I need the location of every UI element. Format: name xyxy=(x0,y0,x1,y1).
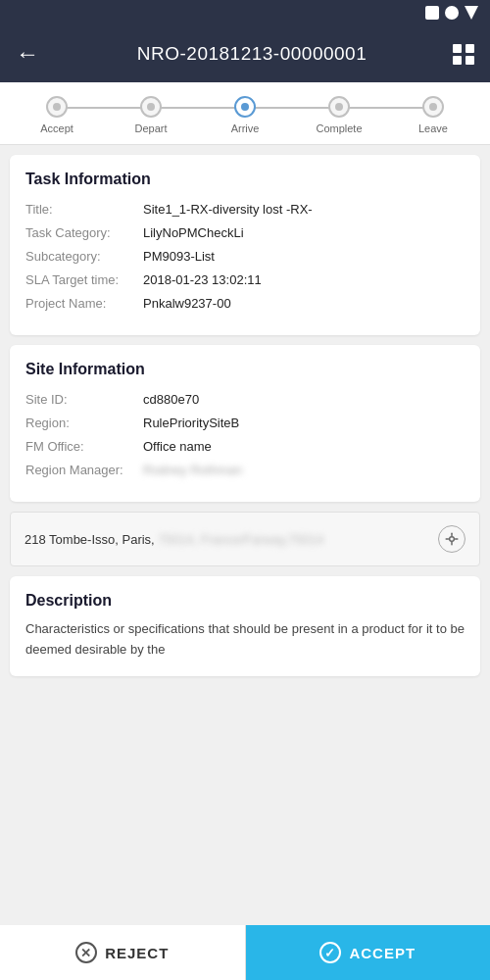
step-circle-complete xyxy=(328,96,350,118)
site-region-row: Region: RulePrioritySiteB xyxy=(25,416,465,430)
site-manager-label: Region Manager: xyxy=(25,463,143,477)
step-arrive[interactable]: Arrive xyxy=(198,96,292,134)
site-fm-row: FM Office: Office name xyxy=(25,439,465,454)
address-blurred: 75014, France/Farway,75014 xyxy=(155,532,323,547)
site-manager-row: Region Manager: Rodney Rothman xyxy=(25,463,465,477)
task-title-label: Title: xyxy=(25,202,143,217)
accept-button[interactable]: ✓ ACCEPT xyxy=(246,925,491,980)
reject-label: REJECT xyxy=(105,945,169,961)
site-id-row: Site ID: cd880e70 xyxy=(25,392,465,407)
step-circle-leave xyxy=(422,96,444,118)
task-project-row: Project Name: Pnkalw9237-00 xyxy=(25,296,465,311)
task-title-value: Site1_1-RX-diversity lost -RX- xyxy=(143,202,465,217)
task-sla-label: SLA Target time: xyxy=(25,272,143,287)
status-icon-triangle xyxy=(465,6,478,20)
description-title: Description xyxy=(25,592,465,610)
site-id-label: Site ID: xyxy=(25,392,143,407)
task-category-label: Task Category: xyxy=(25,225,143,240)
back-button[interactable]: ← xyxy=(16,40,39,68)
task-category-row: Task Category: LilyNoPMCheckLi xyxy=(25,225,465,240)
task-info-title: Task Information xyxy=(25,171,465,188)
step-label-depart: Depart xyxy=(134,122,167,134)
site-info-card: Site Information Site ID: cd880e70 Regio… xyxy=(10,345,480,502)
site-id-value: cd880e70 xyxy=(143,392,465,407)
reject-button[interactable]: ✕ REJECT xyxy=(0,925,246,980)
task-project-label: Project Name: xyxy=(25,296,143,311)
accept-icon: ✓ xyxy=(319,942,341,963)
step-leave[interactable]: Leave xyxy=(386,96,480,134)
step-label-accept: Accept xyxy=(40,122,74,134)
step-depart[interactable]: Depart xyxy=(104,96,198,134)
step-label-complete: Complete xyxy=(316,122,362,134)
task-sla-row: SLA Target time: 2018-01-23 13:02:11 xyxy=(25,272,465,287)
location-icon[interactable] xyxy=(438,525,466,553)
task-category-value: LilyNoPMCheckLi xyxy=(143,225,465,240)
step-circle-accept xyxy=(46,96,68,118)
step-circle-depart xyxy=(140,96,162,118)
header: ← NRO-20181213-00000001 xyxy=(0,25,490,82)
task-project-value: Pnkalw9237-00 xyxy=(143,296,465,311)
task-sla-value: 2018-01-23 13:02:11 xyxy=(143,272,465,287)
status-bar xyxy=(0,0,490,25)
site-manager-value: Rodney Rothman xyxy=(143,463,465,477)
status-icon-square xyxy=(425,6,439,20)
progress-steps: Accept Depart Arrive Complete Leave xyxy=(0,82,490,145)
site-fm-value: Office name xyxy=(143,439,465,454)
site-region-value: RulePrioritySiteB xyxy=(143,416,465,430)
site-fm-label: FM Office: xyxy=(25,439,143,454)
task-title-row: Title: Site1_1-RX-diversity lost -RX- xyxy=(25,202,465,217)
accept-label: ACCEPT xyxy=(349,945,416,961)
description-text: Characteristics or specifications that s… xyxy=(25,619,465,661)
site-info-title: Site Information xyxy=(25,361,465,378)
site-region-label: Region: xyxy=(25,416,143,430)
header-title: NRO-20181213-00000001 xyxy=(51,43,453,65)
description-card: Description Characteristics or specifica… xyxy=(10,576,480,676)
step-accept[interactable]: Accept xyxy=(10,96,104,134)
task-subcategory-label: Subcategory: xyxy=(25,249,143,264)
task-subcategory-row: Subcategory: PM9093-List xyxy=(25,249,465,264)
grid-menu-button[interactable] xyxy=(453,44,474,65)
step-label-leave: Leave xyxy=(418,122,448,134)
action-bar: ✕ REJECT ✓ ACCEPT xyxy=(0,925,490,980)
step-complete[interactable]: Complete xyxy=(292,96,386,134)
reject-icon: ✕ xyxy=(75,942,97,963)
svg-point-0 xyxy=(450,537,455,542)
status-icon-circle xyxy=(445,6,459,20)
step-label-arrive: Arrive xyxy=(231,122,260,134)
task-subcategory-value: PM9093-List xyxy=(143,249,465,264)
address-visible: 218 Tombe-Isso, Paris, xyxy=(24,532,155,547)
address-bar[interactable]: 218 Tombe-Isso, Paris, 75014, France/Far… xyxy=(10,512,480,566)
step-circle-arrive xyxy=(234,96,256,118)
address-text: 218 Tombe-Isso, Paris, 75014, France/Far… xyxy=(24,532,430,547)
task-info-card: Task Information Title: Site1_1-RX-diver… xyxy=(10,155,480,335)
